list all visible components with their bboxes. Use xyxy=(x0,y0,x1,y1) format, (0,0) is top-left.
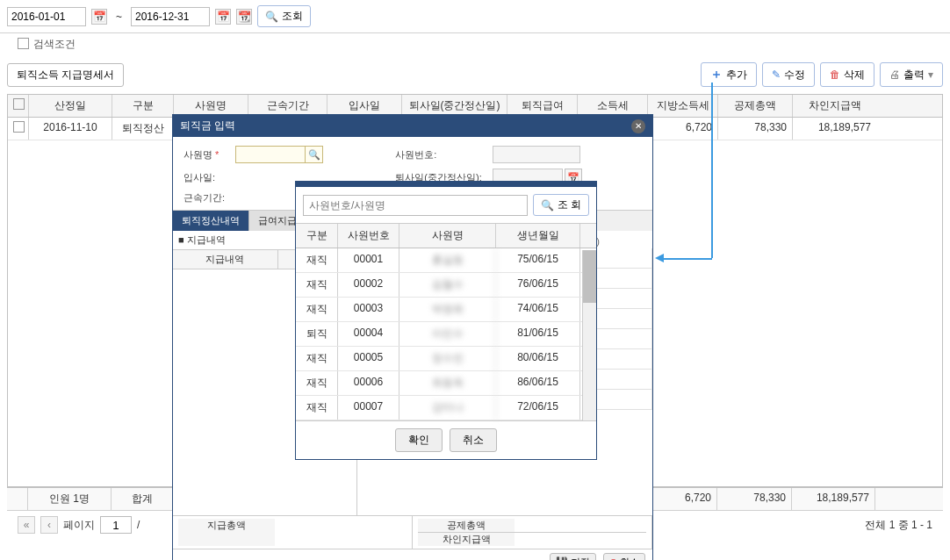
col-header-gubun: 구분 xyxy=(112,95,174,117)
delete-button[interactable]: 🗑삭제 xyxy=(820,62,874,87)
emp-search-icon[interactable]: 🔍 xyxy=(306,146,323,163)
cancel-icon: ⊘ xyxy=(609,556,617,560)
cell-empname: 최동욱 xyxy=(399,371,496,395)
dialog2-header: 구분 사원번호 사원명 생년월일 xyxy=(296,224,596,248)
list-item[interactable]: 재직00002김철수76/06/15 xyxy=(296,273,596,298)
date-to-input[interactable] xyxy=(131,7,210,26)
cell-empno: 00007 xyxy=(338,396,399,420)
search-icon: 🔍 xyxy=(541,199,554,212)
footer-ded: 78,330 xyxy=(717,488,792,510)
select-all-checkbox[interactable] xyxy=(13,98,25,110)
list-item[interactable]: 퇴직00004이민수81/06/15 xyxy=(296,322,596,347)
save-button-label: 저장 xyxy=(571,556,590,560)
sum-ded-value xyxy=(515,519,646,532)
cell-empname: 박영희 xyxy=(399,298,496,321)
action-toolbar: 퇴직소득 지급명세서 ＋추가 ✎수정 🗑삭제 🖨출력▾ xyxy=(0,59,950,90)
cell-empno: 00005 xyxy=(338,347,399,370)
save-button[interactable]: 💾저장 xyxy=(550,553,596,560)
label-emp-no: 사원번호: xyxy=(395,148,481,162)
print-button[interactable]: 🖨출력▾ xyxy=(880,62,943,87)
cell-status: 재직 xyxy=(296,396,338,420)
plus-icon: ＋ xyxy=(710,67,723,83)
dialog2-search-bar: 🔍조 회 xyxy=(296,187,596,224)
dialog1-summary: 지급총액 공제총액 차인지급액 xyxy=(173,515,652,549)
dialog1-titlebar[interactable]: 퇴직금 입력 ✕ xyxy=(173,115,652,137)
calendar-range-icon[interactable]: 📆 xyxy=(236,9,252,25)
dialog2-rows: 재직00001홍길동75/06/15재직00002김철수76/06/15재직00… xyxy=(296,248,596,420)
cell-empno: 00003 xyxy=(338,298,399,321)
close-icon[interactable]: ✕ xyxy=(631,119,645,133)
list-item[interactable]: 재직00007강미나72/06/15 xyxy=(296,396,596,420)
col-header-ded: 공제총액 xyxy=(718,95,793,117)
page-prev-button[interactable]: ‹ xyxy=(40,516,58,534)
footer-net: 18,189,577 xyxy=(792,488,875,510)
cell-birthdate: 76/06/15 xyxy=(496,273,580,297)
employee-search-button[interactable]: 🔍조 회 xyxy=(533,194,589,216)
add-button-label: 추가 xyxy=(726,68,747,83)
chevron-down-icon: ▾ xyxy=(928,68,933,81)
cancel-button[interactable]: ⊘취소 xyxy=(603,553,645,560)
search-condition-label: 검색조건 xyxy=(33,38,76,50)
cell-status: 퇴직 xyxy=(296,322,338,346)
edit-button[interactable]: ✎수정 xyxy=(762,62,815,87)
ok-button[interactable]: 확인 xyxy=(395,428,443,452)
dialog2-footer: 확인 취소 xyxy=(296,420,596,459)
dialog2-cancel-button[interactable]: 취소 xyxy=(450,428,497,452)
dialog1-footer: 💾저장 ⊘취소 xyxy=(173,549,652,560)
search-button[interactable]: 🔍조회 xyxy=(257,5,311,27)
list-item[interactable]: 재직00006최동욱86/06/15 xyxy=(296,371,596,396)
cell-birthdate: 81/06/15 xyxy=(496,322,580,346)
cell-status: 재직 xyxy=(296,371,338,395)
sum-net-value xyxy=(515,533,646,546)
col-header-empname: 사원명 xyxy=(399,224,496,248)
list-item[interactable]: 재직00001홍길동75/06/15 xyxy=(296,248,596,273)
dialog1-title: 퇴직금 입력 xyxy=(180,118,235,133)
cell-gubun: 퇴직정산 xyxy=(112,118,174,140)
employee-search-dialog: 🔍조 회 구분 사원번호 사원명 생년월일 재직00001홍길동75/06/15… xyxy=(295,181,597,460)
list-item[interactable]: 재직00003박영희74/06/15 xyxy=(296,298,596,322)
scrollbar[interactable] xyxy=(582,250,596,420)
list-item[interactable]: 재직00005정수진80/06/15 xyxy=(296,347,596,371)
page-total-text: 전체 1 중 1 - 1 xyxy=(865,518,932,533)
scrollbar-thumb[interactable] xyxy=(583,250,596,303)
row-checkbox[interactable] xyxy=(13,121,25,133)
label-indate: 입사일: xyxy=(184,171,225,184)
date-range-tilde: ~ xyxy=(116,11,122,23)
page-label: 페이지 xyxy=(63,518,95,533)
date-from-input[interactable] xyxy=(7,7,86,26)
cell-status: 재직 xyxy=(296,273,338,297)
cancel-button-label: 취소 xyxy=(620,556,639,560)
edit-icon: ✎ xyxy=(772,68,781,81)
col-header-empno: 사원번호 xyxy=(338,224,399,248)
sum-ded-label: 공제총액 xyxy=(418,519,515,532)
add-button[interactable]: ＋추가 xyxy=(701,62,757,87)
dialog2-body: 구분 사원번호 사원명 생년월일 재직00001홍길동75/06/15재직000… xyxy=(296,224,596,420)
emp-no-field xyxy=(493,146,580,163)
cell-empno: 00004 xyxy=(338,322,399,346)
label-period: 근속기간: xyxy=(184,191,225,205)
cell-empname: 이민수 xyxy=(399,322,496,346)
col-header-status: 구분 xyxy=(296,224,338,248)
cell-birthdate: 74/06/15 xyxy=(496,298,580,321)
sum-net-label: 차인지급액 xyxy=(418,533,515,546)
report-button[interactable]: 퇴직소득 지급명세서 xyxy=(7,63,124,87)
emp-name-input[interactable] xyxy=(235,146,306,163)
calendar-icon[interactable]: 📅 xyxy=(91,9,107,25)
calendar-icon[interactable]: 📅 xyxy=(215,9,231,25)
employee-search-input[interactable] xyxy=(303,195,528,216)
search-condition-checkbox[interactable]: 검색조건 xyxy=(18,37,76,52)
print-button-label: 출력 xyxy=(903,68,925,83)
cell-empno: 00001 xyxy=(338,248,399,272)
page-first-button[interactable]: « xyxy=(18,516,35,534)
employee-search-button-label: 조 회 xyxy=(558,197,581,212)
search-condition-fieldset: 검색조건 xyxy=(0,33,950,59)
page-input[interactable] xyxy=(100,516,132,534)
cell-net: 18,189,577 xyxy=(793,118,876,140)
label-emp-name: 사원명 xyxy=(184,148,225,162)
col-header-birthdate: 생년월일 xyxy=(496,224,580,248)
footer-ltax: 6,720 xyxy=(647,488,717,510)
annotation-arrow-head xyxy=(655,254,664,262)
print-icon: 🖨 xyxy=(889,68,900,81)
tab-retirement-detail[interactable]: 퇴직정산내역 xyxy=(173,211,249,231)
edit-button-label: 수정 xyxy=(784,68,805,83)
